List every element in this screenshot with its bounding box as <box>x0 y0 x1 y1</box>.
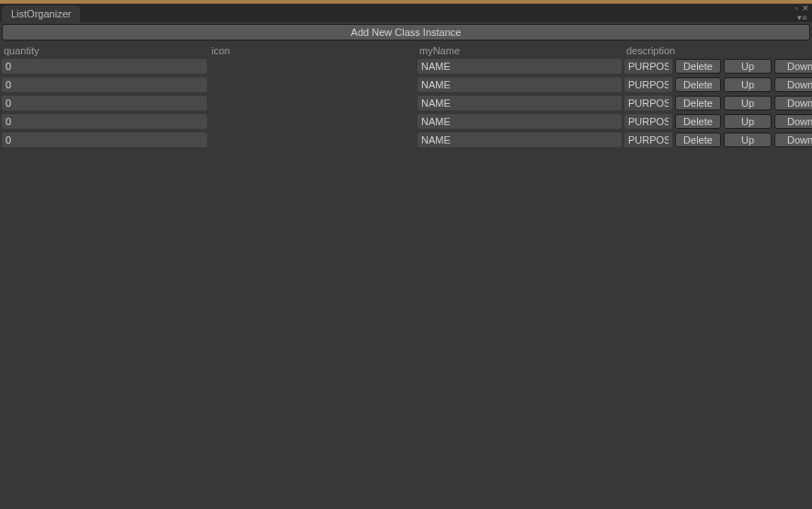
tab-bar: ListOrganizer ▫ ✕ ▾≡ <box>0 4 812 22</box>
tab-label: ListOrganizer <box>11 8 71 19</box>
myname-field[interactable] <box>417 59 622 74</box>
down-button[interactable]: Down <box>774 96 812 110</box>
delete-button[interactable]: Delete <box>675 114 721 129</box>
down-button[interactable]: Down <box>774 114 812 129</box>
myname-field[interactable] <box>417 77 622 92</box>
row-spacer <box>675 147 721 151</box>
header-icon: icon <box>210 42 415 59</box>
description-field[interactable] <box>624 96 672 110</box>
icon-field[interactable] <box>210 133 415 147</box>
header-quantity: quantity <box>2 42 207 59</box>
main-panel: Add New Class Instance quantity icon myN… <box>0 22 812 153</box>
down-button[interactable]: Down <box>774 133 812 147</box>
quantity-field[interactable] <box>2 96 207 110</box>
header-spacer <box>774 42 812 59</box>
header-spacer <box>724 42 772 59</box>
dock-icon[interactable]: ▫ <box>795 6 798 12</box>
row-spacer <box>724 147 772 151</box>
up-button[interactable]: Up <box>724 96 772 110</box>
myname-field[interactable] <box>417 133 622 147</box>
tab-listorganizer[interactable]: ListOrganizer <box>2 6 80 22</box>
quantity-field[interactable] <box>2 133 207 147</box>
delete-button[interactable]: Delete <box>675 133 721 147</box>
quantity-field[interactable] <box>2 59 207 74</box>
header-myname: myName <box>417 42 622 59</box>
add-new-class-instance-button[interactable]: Add New Class Instance <box>2 24 810 40</box>
row-spacer <box>624 147 672 151</box>
delete-button[interactable]: Delete <box>675 96 721 110</box>
add-button-label: Add New Class Instance <box>351 27 462 38</box>
description-field[interactable] <box>624 77 672 92</box>
quantity-field[interactable] <box>2 77 207 92</box>
row-spacer <box>417 147 622 151</box>
down-button[interactable]: Down <box>774 77 812 92</box>
up-button[interactable]: Up <box>724 59 772 74</box>
description-field[interactable] <box>624 59 672 74</box>
description-field[interactable] <box>624 114 672 129</box>
icon-field[interactable] <box>210 59 415 74</box>
row-spacer <box>210 147 415 151</box>
window-controls: ▫ ✕ ▾≡ <box>795 6 809 21</box>
myname-field[interactable] <box>417 96 622 110</box>
myname-field[interactable] <box>417 114 622 129</box>
close-icon[interactable]: ✕ <box>802 6 809 12</box>
icon-field[interactable] <box>210 96 415 110</box>
up-button[interactable]: Up <box>724 114 772 129</box>
header-description: description <box>624 42 672 59</box>
up-button[interactable]: Up <box>724 77 772 92</box>
up-button[interactable]: Up <box>724 133 772 147</box>
quantity-field[interactable] <box>2 114 207 129</box>
icon-field[interactable] <box>210 77 415 92</box>
menu-icon[interactable]: ▾≡ <box>797 15 806 21</box>
down-button[interactable]: Down <box>774 59 812 74</box>
icon-field[interactable] <box>210 114 415 129</box>
data-grid: quantity icon myName description DeleteU… <box>2 42 810 151</box>
delete-button[interactable]: Delete <box>675 77 721 92</box>
row-spacer <box>774 147 812 151</box>
description-field[interactable] <box>624 133 672 147</box>
row-spacer <box>2 147 207 151</box>
delete-button[interactable]: Delete <box>675 59 721 74</box>
header-spacer <box>675 42 721 59</box>
